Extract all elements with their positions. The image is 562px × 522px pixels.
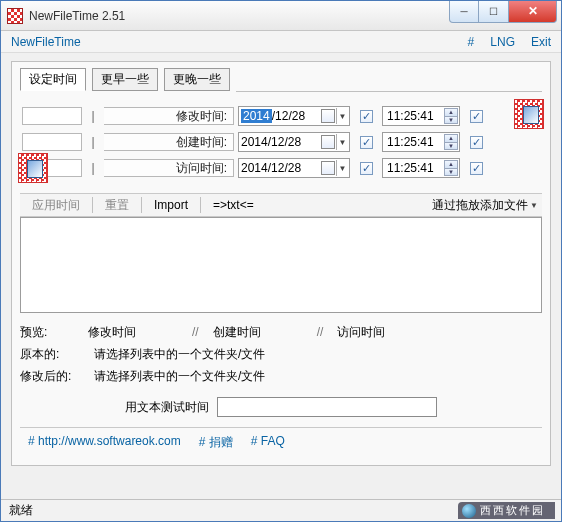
info-col-access: 访问时间 (337, 323, 427, 341)
window-controls: ─ ☐ ✕ (449, 1, 561, 23)
text-test-input[interactable] (217, 397, 437, 417)
info-original: 原本的: 请选择列表中的一个文件夹/文件 (20, 345, 542, 363)
btn-txt[interactable]: =>txt<= (205, 196, 262, 214)
chevron-down-icon[interactable]: ▼ (336, 160, 348, 176)
calendar-icon[interactable] (321, 109, 335, 123)
row-access: | 访问时间: 2014/12/28 ▼ ✓ 11:25:41 ▲▼ ✓ (22, 155, 540, 181)
link-donate[interactable]: # 捐赠 (199, 434, 233, 451)
date-create[interactable]: 2014/12/28 ▼ (238, 132, 350, 152)
check-access-date[interactable]: ✓ (360, 162, 373, 175)
window-title: NewFileTime 2.51 (29, 9, 449, 23)
btn-import[interactable]: Import (146, 196, 196, 214)
status-bar: 就绪 西西软件园 (1, 499, 561, 521)
info-original-label: 原本的: (20, 345, 74, 363)
calendar-icon[interactable] (321, 135, 335, 149)
row-modify-pre (22, 107, 82, 125)
row-create-pre (22, 133, 82, 151)
time-create-value: 11:25:41 (387, 135, 434, 149)
date-modify[interactable]: 2014/12/28 ▼ (238, 106, 350, 126)
row-create: | 创建时间: 2014/12/28 ▼ ✓ 11:25:41 ▲▼ ✓ (22, 129, 540, 155)
tab-earlier[interactable]: 更早一些 (92, 68, 158, 91)
date-modify-year: 2014 (241, 109, 272, 123)
btn-add-files[interactable]: 通过拖放添加文件 ▼ (432, 197, 538, 214)
chevron-down-icon[interactable]: ▼ (336, 108, 348, 124)
label-access: 访问时间: (104, 159, 234, 177)
btn-add-files-label: 通过拖放添加文件 (432, 197, 528, 214)
date-modify-rest: /12/28 (272, 109, 305, 123)
spin-access[interactable]: ▲▼ (444, 160, 458, 176)
row-modify: | 修改时间: 2014/12/28 ▼ ✓ 11:25:41 ▲▼ ✓ (22, 103, 540, 129)
check-access-time[interactable]: ✓ (470, 162, 483, 175)
action-toolbar: 应用时间 重置 Import =>txt<= 通过拖放添加文件 ▼ (20, 193, 542, 217)
tab-later[interactable]: 更晚一些 (164, 68, 230, 91)
main-panel: 设定时间 更早一些 更晚一些 | 修改时间: 2014/12/28 ▼ (11, 61, 551, 466)
link-faq[interactable]: # FAQ (251, 434, 285, 451)
info-original-value: 请选择列表中的一个文件夹/文件 (94, 345, 265, 363)
label-create: 创建时间: (104, 133, 234, 151)
watermark-badge: 西西软件园 (458, 502, 555, 519)
time-rows: | 修改时间: 2014/12/28 ▼ ✓ 11:25:41 ▲▼ ✓ (20, 97, 542, 187)
label-modify: 修改时间: (104, 107, 234, 125)
row-sep: | (86, 109, 100, 123)
status-text: 就绪 (9, 502, 33, 519)
file-listview[interactable] (20, 217, 542, 313)
menu-lng[interactable]: LNG (490, 35, 515, 49)
info-header: 预览: 修改时间 // 创建时间 // 访问时间 (20, 323, 542, 341)
time-access[interactable]: 11:25:41 ▲▼ (382, 158, 460, 178)
menu-exit[interactable]: Exit (531, 35, 551, 49)
titlebar: NewFileTime 2.51 ─ ☐ ✕ (1, 1, 561, 31)
apply-icon[interactable] (514, 99, 544, 129)
menu-strip: NewFileTime # LNG Exit (1, 31, 561, 53)
spin-modify[interactable]: ▲▼ (444, 108, 458, 124)
info-preview-label: 预览: (20, 323, 74, 341)
time-modify[interactable]: 11:25:41 ▲▼ (382, 106, 460, 126)
time-modify-value: 11:25:41 (387, 109, 434, 123)
tab-strip: 设定时间 更早一些 更晚一些 (20, 68, 542, 91)
menu-hash[interactable]: # (468, 35, 475, 49)
date-access-value: 2014/12/28 (241, 161, 301, 175)
chevron-down-icon[interactable]: ▼ (336, 134, 348, 150)
info-col-modify: 修改时间 (88, 323, 178, 341)
link-website[interactable]: # http://www.softwareok.com (28, 434, 181, 451)
app-window: NewFileTime 2.51 ─ ☐ ✕ NewFileTime # LNG… (0, 0, 562, 522)
check-modify-time[interactable]: ✓ (470, 110, 483, 123)
date-access[interactable]: 2014/12/28 ▼ (238, 158, 350, 178)
time-access-value: 11:25:41 (387, 161, 434, 175)
text-test-row: 用文本测试时间 (20, 397, 542, 417)
check-modify-date[interactable]: ✓ (360, 110, 373, 123)
info-after: 修改后的: 请选择列表中的一个文件夹/文件 (20, 367, 542, 385)
content-area: 设定时间 更早一些 更晚一些 | 修改时间: 2014/12/28 ▼ (1, 53, 561, 499)
info-block: 预览: 修改时间 // 创建时间 // 访问时间 原本的: 请选择列表中的一个文… (20, 323, 542, 385)
chevron-down-icon: ▼ (530, 201, 538, 210)
text-test-label: 用文本测试时间 (125, 399, 209, 416)
info-after-value: 请选择列表中的一个文件夹/文件 (94, 367, 265, 385)
minimize-button[interactable]: ─ (449, 1, 479, 23)
menu-app[interactable]: NewFileTime (11, 35, 81, 49)
info-after-label: 修改后的: (20, 367, 74, 385)
spin-create[interactable]: ▲▼ (444, 134, 458, 150)
check-create-time[interactable]: ✓ (470, 136, 483, 149)
maximize-button[interactable]: ☐ (479, 1, 509, 23)
check-create-date[interactable]: ✓ (360, 136, 373, 149)
footer-links: # http://www.softwareok.com # 捐赠 # FAQ (20, 427, 542, 457)
app-icon (7, 8, 23, 24)
tab-pad (236, 68, 542, 92)
calendar-icon[interactable] (321, 161, 335, 175)
pick-icon[interactable] (18, 153, 48, 183)
tab-set-time[interactable]: 设定时间 (20, 68, 86, 91)
time-create[interactable]: 11:25:41 ▲▼ (382, 132, 460, 152)
btn-reset: 重置 (97, 195, 137, 216)
date-create-value: 2014/12/28 (241, 135, 301, 149)
close-button[interactable]: ✕ (509, 1, 557, 23)
info-col-create: 创建时间 (213, 323, 303, 341)
btn-apply-time: 应用时间 (24, 195, 88, 216)
